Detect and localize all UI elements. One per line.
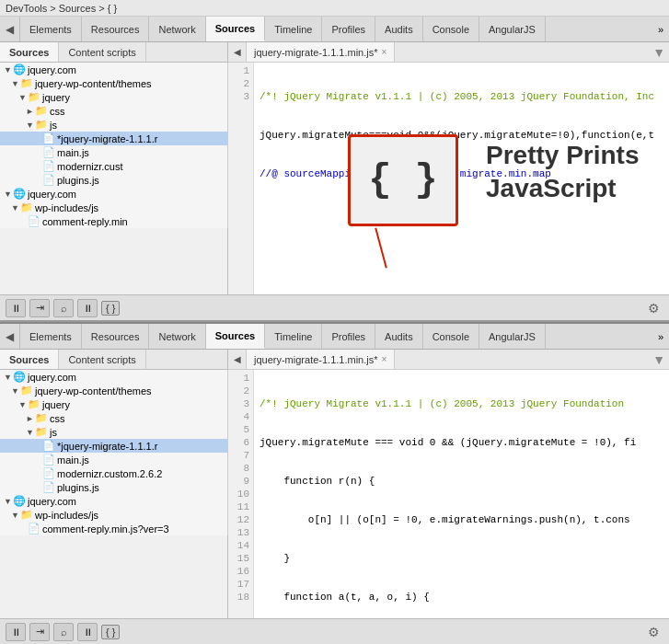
bottom-tree-modernizr[interactable]: 📄 modernizr.custom.2.6.2 <box>0 466 227 480</box>
tree-item-jquery-folder[interactable]: 📁 jquery <box>0 90 227 104</box>
line-numbers-bottom: 1 2 3 4 5 6 7 8 9 10 11 12 13 14 15 16 1 <box>228 370 254 618</box>
bottom-file-tab-toggle[interactable]: ◀ <box>228 350 247 369</box>
tab-timeline[interactable]: Timeline <box>265 17 322 41</box>
code-area-top[interactable]: 1 2 3 /*! jQuery Migrate v1.1.1 | (c) 20… <box>228 63 669 294</box>
bottom-tab-audits[interactable]: Audits <box>375 324 423 349</box>
tab-resources[interactable]: Resources <box>82 17 150 41</box>
file-tree: 🌐 jquery.com 📁 jquery-wp-content/themes … <box>0 63 228 228</box>
bottom-tree-css-folder[interactable]: 📁 css <box>0 411 227 425</box>
bottom-tab-bar: ◀ Elements Resources Network Sources Tim… <box>0 324 669 350</box>
tab-more[interactable]: » <box>652 17 669 41</box>
tab-elements[interactable]: Elements <box>20 17 82 41</box>
bottom-tree-jquery-folder[interactable]: 📁 jquery <box>0 397 227 411</box>
top-panel: DevTools > Sources > { } ◀ Elements Reso… <box>0 0 669 322</box>
bottom-toolbar-gear-btn[interactable]: ⚙ <box>643 623 663 641</box>
bottom-tab-profiles[interactable]: Profiles <box>322 324 375 349</box>
bottom-tree-jquery-com-1[interactable]: 🌐 jquery.com <box>0 370 227 384</box>
bottom-tree-plugins[interactable]: 📄 plugins.js <box>0 480 227 494</box>
bottom-file-tab-migrate[interactable]: jquery-migrate-1.1.1.min.js * × <box>247 350 395 369</box>
tab-console[interactable]: Console <box>423 17 479 41</box>
file-tab-end: ▼ <box>649 42 669 62</box>
file-tab-migrate[interactable]: jquery-migrate-1.1.1.min.js * × <box>247 42 395 62</box>
sub-tab-sources[interactable]: Sources <box>0 42 59 62</box>
tree-item-css-folder[interactable]: 📁 css <box>0 104 227 118</box>
bottom-tab-nav-left[interactable]: ◀ <box>0 324 20 349</box>
bottom-tree-wp-themes[interactable]: 📁 jquery-wp-content/themes <box>0 384 227 397</box>
tree-item-wp-themes[interactable]: 📁 jquery-wp-content/themes <box>0 76 227 90</box>
tab-audits[interactable]: Audits <box>375 17 423 41</box>
bottom-toolbar-pause2-btn[interactable]: ⏸ <box>77 623 98 641</box>
tree-item-modernizr[interactable]: 📄 modernizr.cust <box>0 159 227 173</box>
code-content-bottom: /*! jQuery Migrate v1.1.1 | (c) 2005, 20… <box>254 370 641 618</box>
bottom-file-tab-bar: ◀ jquery-migrate-1.1.1.min.js * × ▼ <box>228 350 669 370</box>
breadcrumb: DevTools > Sources > { } <box>0 0 669 17</box>
tree-item-main-js[interactable]: 📄 main.js <box>0 145 227 159</box>
sub-tab-content-scripts[interactable]: Content scripts <box>59 42 145 62</box>
tab-nav-left[interactable]: ◀ <box>0 17 20 41</box>
bottom-toolbar-search-btn[interactable]: ⌕ <box>53 623 74 641</box>
bottom-file-tab-close[interactable]: × <box>382 354 387 364</box>
tab-angularjs[interactable]: AngularJS <box>479 17 546 41</box>
bottom-tab-elements[interactable]: Elements <box>20 324 82 349</box>
tab-sources[interactable]: Sources <box>206 17 265 41</box>
bottom-tree-main-js[interactable]: 📄 main.js <box>0 453 227 466</box>
bottom-tab-sources[interactable]: Sources <box>206 324 265 349</box>
code-content-top: /*! jQuery Migrate v1.1.1 | (c) 2005, 20… <box>254 63 660 294</box>
bottom-file-tree: 🌐 jquery.com 📁 jquery-wp-content/themes … <box>0 370 228 535</box>
bottom-file-tab-more[interactable]: ▼ <box>652 352 665 367</box>
bottom-toolbar-top: ⏸ ⇥ ⌕ ⏸ { } ⚙ <box>0 294 669 320</box>
toolbar-pretty-print-btn[interactable]: { } <box>101 301 120 316</box>
tree-item-migrate-file[interactable]: 📄 *jquery-migrate-1.1.1.r <box>0 132 227 145</box>
bottom-panel: ◀ Elements Resources Network Sources Tim… <box>0 324 669 644</box>
bottom-toolbar-step-btn[interactable]: ⇥ <box>29 623 50 641</box>
bottom-tree-comment-reply[interactable]: 📄 comment-reply.min.js?ver=3 <box>0 522 227 535</box>
tab-profiles[interactable]: Profiles <box>322 17 375 41</box>
tree-item-jquery-com-1[interactable]: 🌐 jquery.com <box>0 63 227 76</box>
bottom-tree-jquery-com-2[interactable]: 🌐 jquery.com <box>0 494 227 508</box>
sub-tab-bar: Sources Content scripts <box>0 42 227 63</box>
tree-item-js-folder[interactable]: 📁 js <box>0 118 227 132</box>
bottom-sub-tab-bar: Sources Content scripts <box>0 350 227 370</box>
bottom-tab-network[interactable]: Network <box>149 324 205 349</box>
toolbar-pause-btn[interactable]: ⏸ <box>6 299 26 317</box>
line-numbers-top: 1 2 3 <box>228 63 254 294</box>
bottom-toolbar-bottom: ⏸ ⇥ ⌕ ⏸ { } ⚙ <box>0 618 669 644</box>
bottom-tree-migrate-file[interactable]: 📄 *jquery-migrate-1.1.1.r <box>0 439 227 453</box>
bottom-sub-tab-sources[interactable]: Sources <box>0 350 59 369</box>
bottom-tree-js-folder[interactable]: 📁 js <box>0 425 227 439</box>
toolbar-gear-btn[interactable]: ⚙ <box>643 299 663 317</box>
bottom-tree-wp-includes[interactable]: 📁 wp-includes/js <box>0 508 227 522</box>
file-tab-close[interactable]: × <box>382 47 387 57</box>
toolbar-pause2-btn[interactable]: ⏸ <box>77 299 98 317</box>
bottom-toolbar-pretty-btn[interactable]: { } <box>101 625 120 639</box>
top-tab-bar: ◀ Elements Resources Network Sources Tim… <box>0 17 669 42</box>
bottom-tab-angularjs[interactable]: AngularJS <box>479 324 546 349</box>
file-tab-toggle[interactable]: ◀ <box>228 42 247 62</box>
bottom-tab-console[interactable]: Console <box>423 324 479 349</box>
bottom-tab-more[interactable]: » <box>652 324 669 349</box>
tab-network[interactable]: Network <box>149 17 205 41</box>
code-panel-bottom: ◀ jquery-migrate-1.1.1.min.js * × ▼ 1 2 … <box>228 350 669 618</box>
bottom-sub-tab-content-scripts[interactable]: Content scripts <box>59 350 145 369</box>
code-panel-top: ◀ jquery-migrate-1.1.1.min.js * × ▼ 1 2 … <box>228 42 669 294</box>
bottom-tab-resources[interactable]: Resources <box>82 324 150 349</box>
code-area-bottom[interactable]: 1 2 3 4 5 6 7 8 9 10 11 12 13 14 15 16 1 <box>228 370 669 618</box>
tree-item-comment-reply[interactable]: 📄 comment-reply.min <box>0 214 227 228</box>
toolbar-step-over-btn[interactable]: ⇥ <box>29 299 50 317</box>
bottom-file-tab-end: ▼ <box>649 350 669 369</box>
tree-item-jquery-com-2[interactable]: 🌐 jquery.com <box>0 187 227 201</box>
file-tab-more[interactable]: ▼ <box>652 45 665 60</box>
tree-item-plugins[interactable]: 📄 plugins.js <box>0 173 227 187</box>
bottom-toolbar-pause-btn[interactable]: ⏸ <box>6 623 26 641</box>
bottom-tab-timeline[interactable]: Timeline <box>265 324 322 349</box>
file-tab-bar-top: ◀ jquery-migrate-1.1.1.min.js * × ▼ <box>228 42 669 63</box>
toolbar-search-btn[interactable]: ⌕ <box>53 299 74 317</box>
tree-item-wp-includes[interactable]: 📁 wp-includes/js <box>0 201 227 214</box>
